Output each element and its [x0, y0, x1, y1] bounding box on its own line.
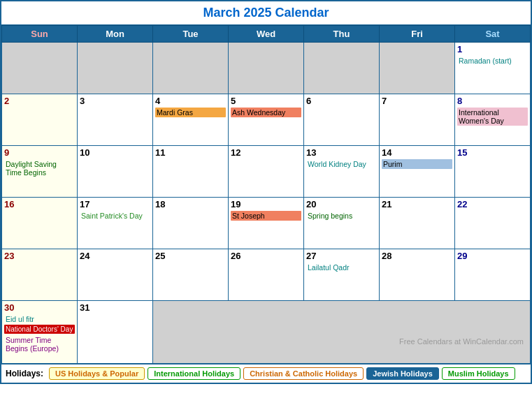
header-fri: Fri — [380, 26, 455, 43]
day-cell — [229, 43, 304, 94]
day-9: 9 Daylight Saving Time Begins — [2, 146, 78, 198]
day-number: 5 — [231, 96, 301, 106]
header-tue: Tue — [153, 26, 229, 43]
day-22: 22 — [455, 198, 531, 249]
day-cell — [380, 43, 455, 94]
day-17: 17 Saint Patrick's Day — [78, 198, 153, 249]
day-number: 23 — [4, 251, 75, 261]
watermark-text: Free Calendars at WinCalendar.com — [155, 302, 528, 348]
day-29: 29 — [455, 249, 531, 301]
day-13: 13 World Kidney Day — [304, 146, 380, 198]
day-number: 27 — [306, 251, 377, 261]
event-ramadan: Ramadan (start) — [457, 56, 528, 66]
day-number: 31 — [80, 302, 150, 313]
day-number: 25 — [155, 251, 226, 261]
calendar-title: March 2025 Calendar — [1, 1, 531, 25]
day-cell — [2, 43, 78, 94]
event-ash-wednesday: Ash Wednesday — [231, 108, 301, 117]
day-27: 27 Lailatul Qadr — [304, 249, 380, 301]
legend-row: Holidays: US Holidays & Popular Internat… — [1, 364, 531, 383]
day-11: 11 — [153, 146, 229, 198]
day-24: 24 — [78, 249, 153, 301]
event-kidney-day: World Kidney Day — [306, 159, 377, 169]
day-cell — [78, 43, 153, 94]
event-dst: Daylight Saving Time Begins — [4, 159, 75, 177]
day-number: 2 — [4, 96, 75, 106]
day-16: 16 — [2, 198, 78, 249]
day-number: 4 — [155, 96, 226, 106]
event-eid: Eid ul fitr — [4, 314, 75, 324]
week-row-5: 23 24 25 26 27 Lailatul Qadr 28 — [2, 249, 531, 301]
day-25: 25 — [153, 249, 229, 301]
day-number: 24 — [80, 251, 150, 261]
day-number: 29 — [457, 251, 528, 261]
day-21: 21 — [380, 198, 455, 249]
day-number: 6 — [306, 96, 377, 106]
week-row-3: 9 Daylight Saving Time Begins 10 11 12 1… — [2, 146, 531, 198]
day-31: 31 — [78, 301, 153, 364]
event-summer-time: Summer Time Begins (Europe) — [4, 335, 75, 353]
legend-jewish-button[interactable]: Jewish Holidays — [366, 367, 439, 380]
day-28: 28 — [380, 249, 455, 301]
legend-christian-button[interactable]: Christian & Catholic Holidays — [243, 367, 364, 380]
day-20: 20 Spring begins — [304, 198, 380, 249]
week-row-6: 30 Eid ul fitr National Doctors' Day Sum… — [2, 301, 531, 364]
day-number: 11 — [155, 147, 226, 158]
day-15: 15 — [455, 146, 531, 198]
day-23: 23 — [2, 249, 78, 301]
day-number: 28 — [382, 251, 452, 261]
day-number: 16 — [4, 199, 75, 209]
week-row-4: 16 17 Saint Patrick's Day 18 19 St Josep… — [2, 198, 531, 249]
event-lailatul-qadr: Lailatul Qadr — [306, 263, 377, 272]
day-number: 8 — [457, 96, 528, 106]
day-number: 26 — [231, 251, 301, 261]
calendar-container: March 2025 Calendar Sun Mon Tue Wed Thu … — [0, 0, 532, 384]
day-1: 1 Ramadan (start) — [455, 43, 531, 94]
week-row-2: 2 3 4 Mardi Gras 5 Ash Wednesday 6 7 — [2, 94, 531, 146]
day-number: 19 — [231, 199, 301, 209]
day-7: 7 — [380, 94, 455, 146]
day-18: 18 — [153, 198, 229, 249]
event-st-joseph: St Joseph — [231, 211, 301, 221]
header-thu: Thu — [304, 26, 380, 43]
header-wed: Wed — [229, 26, 304, 43]
event-stpatricks: Saint Patrick's Day — [80, 211, 150, 221]
day-4: 4 Mardi Gras — [153, 94, 229, 146]
day-number: 7 — [382, 96, 452, 106]
header-sat: Sat — [455, 26, 531, 43]
day-number: 12 — [231, 147, 301, 158]
day-5: 5 Ash Wednesday — [229, 94, 304, 146]
calendar-table: Sun Mon Tue Wed Thu Fri Sat 1 Ramadan — [1, 25, 531, 364]
header-mon: Mon — [78, 26, 153, 43]
legend-muslim-button[interactable]: Muslim Holidays — [442, 367, 515, 380]
holidays-label: Holidays: — [6, 369, 43, 378]
day-8: 8 International Women's Day — [455, 94, 531, 146]
day-number: 13 — [306, 147, 377, 158]
day-number: 22 — [457, 199, 528, 209]
day-number: 10 — [80, 147, 150, 158]
weekday-header-row: Sun Mon Tue Wed Thu Fri Sat — [2, 26, 531, 43]
day-3: 3 — [78, 94, 153, 146]
day-6: 6 — [304, 94, 380, 146]
day-cell — [304, 43, 380, 94]
day-number: 18 — [155, 199, 226, 209]
day-cell — [153, 43, 229, 94]
day-number: 20 — [306, 199, 377, 209]
empty-cell-1: Free Calendars at WinCalendar.com — [153, 301, 531, 364]
day-19: 19 St Joseph — [229, 198, 304, 249]
legend-intl-button[interactable]: International Holidays — [148, 367, 240, 380]
day-10: 10 — [78, 146, 153, 198]
event-doctors-day: National Doctors' Day — [4, 325, 75, 334]
day-12: 12 — [229, 146, 304, 198]
header-sun: Sun — [2, 26, 78, 43]
day-number: 17 — [80, 199, 150, 209]
day-30: 30 Eid ul fitr National Doctors' Day Sum… — [2, 301, 78, 364]
legend-us-button[interactable]: US Holidays & Popular — [49, 367, 145, 380]
day-number: 9 — [4, 147, 75, 158]
day-number: 30 — [4, 302, 75, 313]
week-row-1: 1 Ramadan (start) — [2, 43, 531, 94]
day-number: 21 — [382, 199, 452, 209]
day-number: 1 — [457, 44, 528, 54]
day-number: 3 — [80, 96, 150, 106]
event-purim: Purim — [382, 159, 452, 169]
